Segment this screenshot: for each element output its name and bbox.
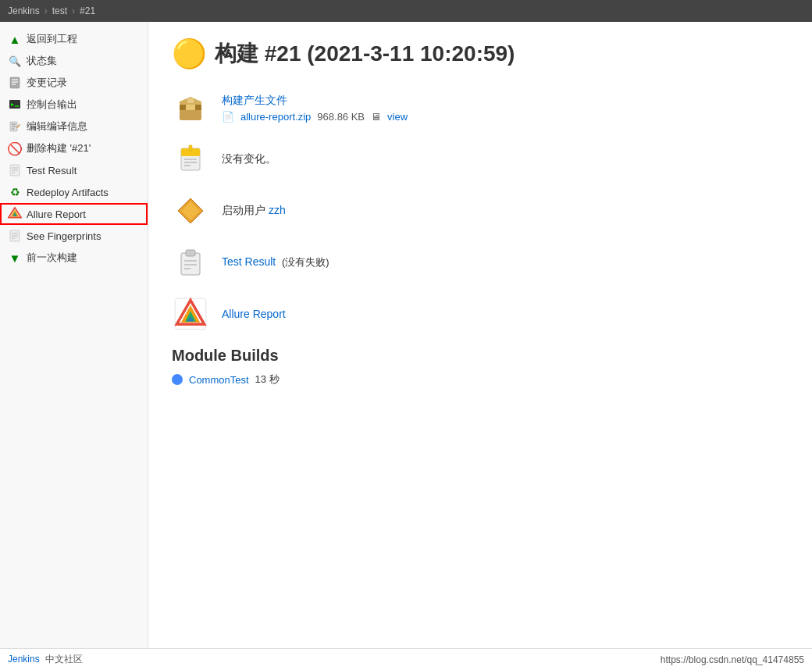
file-icon: 📄: [222, 111, 234, 123]
change-log-icon: [8, 76, 22, 90]
no-changes-content: 没有变化。: [222, 141, 276, 178]
redeploy-icon: ♻: [8, 185, 22, 199]
test-result-text: Test Result (没有失败): [222, 255, 329, 269]
sidebar-item-prev-build[interactable]: ▼ 前一次构建: [0, 247, 148, 269]
sidebar-item-see-fingerprints[interactable]: See Fingerprints: [0, 225, 148, 247]
allure-main-icon: [172, 295, 209, 333]
svg-marker-36: [181, 201, 200, 220]
no-changes-text: 没有变化。: [222, 152, 276, 166]
view-link[interactable]: view: [387, 111, 408, 123]
sidebar-item-edit-build-info[interactable]: 编辑编译信息: [0, 116, 148, 137]
footer-right: https://blog.csdn.net/qq_41474855: [661, 654, 804, 665]
sidebar-label-prev-build: 前一次构建: [27, 251, 77, 265]
test-result-link[interactable]: Test Result: [222, 255, 276, 268]
svg-marker-34: [189, 145, 192, 151]
no-changes-section: 没有变化。: [172, 141, 789, 178]
up-arrow-icon: ▲: [8, 32, 22, 46]
footer-community: 中文社区: [45, 654, 83, 665]
artifacts-icon: [172, 89, 209, 127]
build-title-row: 🟡 构建 #21 (2021-3-11 10:20:59): [172, 37, 789, 70]
sidebar-label-allure: Allure Report: [27, 208, 86, 220]
sidebar-label-test-result: Test Result: [27, 165, 77, 176]
layout: ▲ 返回到工程 🔍 状态集 变更记录: [0, 22, 812, 662]
topbar-jenkins[interactable]: Jenkins: [8, 5, 40, 16]
file-info: 📄 allure-report.zip 968.86 KB 🖥 view: [222, 111, 408, 123]
started-by-content: 启动用户zzh: [222, 192, 286, 230]
sidebar-item-status-sets[interactable]: 🔍 状态集: [0, 50, 148, 72]
clipboard-icon: [172, 244, 209, 281]
search-icon: 🔍: [8, 54, 22, 68]
topbar: Jenkins › test › #21: [0, 0, 812, 22]
sidebar-item-allure-report[interactable]: Allure Report: [0, 203, 148, 225]
sidebar-label-redeploy: Redeploy Artifacts: [27, 187, 109, 198]
main-content: 🟡 构建 #21 (2021-3-11 10:20:59) 构建产生文件 📄: [148, 22, 812, 662]
pencil-icon: [172, 141, 209, 178]
footer-left: Jenkins 中文社区: [8, 653, 83, 666]
build-status-ball: [172, 374, 183, 385]
allure-report-section: Allure Report: [172, 295, 789, 333]
diamond-icon: [172, 192, 209, 230]
topbar-build-num[interactable]: #21: [80, 5, 95, 16]
allure-report-link[interactable]: Allure Report: [222, 308, 286, 320]
console-icon: [8, 98, 22, 112]
common-test-link[interactable]: CommonTest: [189, 374, 249, 386]
module-builds-title: Module Builds: [172, 347, 789, 365]
sidebar-item-test-result[interactable]: Test Result: [0, 159, 148, 181]
sidebar-item-console-output[interactable]: 控制台输出: [0, 94, 148, 116]
sidebar-item-delete-build[interactable]: 🚫 删除构建 '#21': [0, 137, 148, 159]
allure-sidebar-icon: [8, 207, 22, 221]
delete-icon: 🚫: [8, 141, 22, 155]
build-duration: 13 秒: [255, 372, 280, 387]
allure-report-content: Allure Report: [222, 295, 286, 333]
module-build-item: CommonTest 13 秒: [172, 372, 789, 387]
sidebar-label-edit: 编辑编译信息: [27, 119, 87, 134]
edit-icon: [8, 119, 22, 134]
artifacts-section: 构建产生文件 📄 allure-report.zip 968.86 KB 🖥 v…: [172, 89, 789, 127]
svg-rect-0: [10, 77, 20, 88]
sidebar-item-redeploy-artifacts[interactable]: ♻ Redeploy Artifacts: [0, 181, 148, 203]
file-sep: 🖥: [371, 111, 381, 123]
jenkins-footer-link[interactable]: Jenkins: [8, 654, 40, 665]
sidebar-label-back: 返回到工程: [27, 32, 77, 46]
svg-rect-26: [186, 105, 195, 110]
topbar-test[interactable]: test: [52, 5, 67, 16]
test-result-section: Test Result (没有失败): [172, 244, 789, 281]
svg-rect-38: [186, 250, 195, 256]
fingerprint-icon: [8, 229, 22, 243]
build-title: 构建 #21 (2021-3-11 10:20:59): [215, 39, 515, 69]
test-result-extra: (没有失败): [282, 256, 329, 268]
artifacts-link[interactable]: 构建产生文件: [222, 94, 408, 108]
build-status-icon: 🟡: [172, 37, 207, 70]
file-link[interactable]: allure-report.zip: [240, 111, 311, 123]
down-arrow-icon: ▼: [8, 251, 22, 265]
test-result-content: Test Result (没有失败): [222, 244, 329, 281]
footer: Jenkins 中文社区 https://blog.csdn.net/qq_41…: [0, 648, 812, 670]
artifacts-content: 构建产生文件 📄 allure-report.zip 968.86 KB 🖥 v…: [222, 89, 408, 127]
sidebar-item-change-log[interactable]: 变更记录: [0, 72, 148, 94]
sidebar-label-changelog: 变更记录: [27, 76, 67, 90]
file-size: 968.86 KB: [317, 111, 365, 123]
sidebar-item-back-to-project[interactable]: ▲ 返回到工程: [0, 28, 148, 50]
sidebar-label-status: 状态集: [27, 54, 57, 68]
started-by-text: 启动用户zzh: [222, 204, 286, 218]
sidebar-label-fingerprints: See Fingerprints: [27, 230, 101, 242]
sidebar-label-delete: 删除构建 '#21': [27, 141, 91, 155]
started-by-section: 启动用户zzh: [172, 192, 789, 230]
sidebar-label-console: 控制台输出: [27, 98, 77, 112]
svg-rect-28: [187, 98, 194, 103]
module-builds-section: Module Builds CommonTest 13 秒: [172, 347, 789, 387]
test-result-icon: [8, 163, 22, 177]
footer-url: https://blog.csdn.net/qq_41474855: [661, 654, 804, 665]
sidebar: ▲ 返回到工程 🔍 状态集 变更记录: [0, 22, 148, 662]
user-link[interactable]: zzh: [269, 204, 286, 216]
